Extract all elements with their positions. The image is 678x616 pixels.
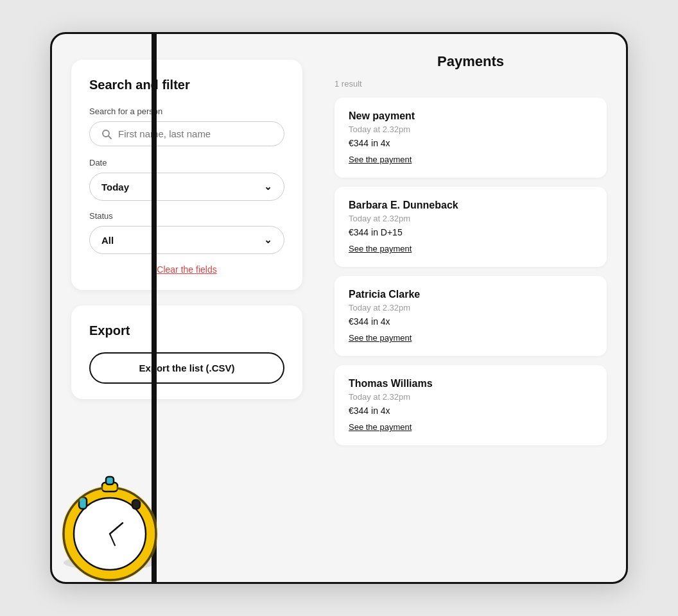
payment-time-3: Today at 2.32pm (349, 392, 593, 402)
svg-line-1 (109, 136, 111, 139)
payment-amount-1: €344 in D+15 (349, 227, 593, 237)
payment-amount-3: €344 in 4x (349, 406, 593, 416)
left-panel: Search and filter Search for a person Da… (52, 34, 322, 582)
date-value: Today (101, 182, 129, 193)
payment-link-1[interactable]: See the payment (349, 244, 412, 253)
payment-name-2: Patricia Clarke (349, 289, 593, 300)
date-chevron-icon: ⌄ (264, 181, 272, 193)
right-panel: Payments 1 result New payment Today at 2… (322, 34, 626, 582)
search-filter-title: Search and filter (89, 78, 284, 92)
search-input[interactable] (118, 128, 272, 139)
app-window: Search and filter Search for a person Da… (50, 32, 628, 584)
search-filter-card: Search and filter Search for a person Da… (71, 60, 302, 290)
payment-amount-2: €344 in 4x (349, 316, 593, 327)
payment-amount-0: €344 in 4x (349, 138, 593, 148)
left-border-line (152, 34, 157, 582)
date-label: Date (89, 158, 284, 167)
payment-name-3: Thomas Williams (349, 378, 593, 389)
payments-title: Payments (335, 53, 607, 70)
payment-time-1: Today at 2.32pm (349, 214, 593, 223)
payment-name-0: New payment (349, 110, 593, 122)
payment-card-1: Barbara E. Dunneback Today at 2.32pm €34… (335, 187, 607, 267)
results-count: 1 result (335, 79, 607, 89)
date-select[interactable]: Today ⌄ (89, 173, 284, 201)
payment-card-3: Thomas Williams Today at 2.32pm €344 in … (335, 365, 607, 445)
export-card: Export Export the list (.CSV) (71, 305, 302, 399)
payments-list: New payment Today at 2.32pm €344 in 4x S… (335, 98, 607, 454)
status-chevron-icon: ⌄ (264, 234, 272, 246)
payment-time-0: Today at 2.32pm (349, 124, 593, 134)
status-label: Status (89, 211, 284, 221)
date-field-group: Date Today ⌄ (89, 158, 284, 201)
export-title: Export (89, 323, 284, 338)
payment-link-0[interactable]: See the payment (349, 155, 412, 164)
payment-card-0: New payment Today at 2.32pm €344 in 4x S… (335, 98, 607, 178)
export-button[interactable]: Export the list (.CSV) (89, 352, 284, 384)
status-select[interactable]: All ⌄ (89, 226, 284, 254)
search-input-wrapper[interactable] (89, 121, 284, 146)
search-label: Search for a person (89, 107, 284, 116)
status-value: All (101, 235, 114, 246)
search-field-group: Search for a person (89, 107, 284, 146)
clear-fields-link[interactable]: Clear the fields (89, 264, 284, 275)
search-icon (101, 129, 112, 139)
payment-link-3[interactable]: See the payment (349, 422, 412, 432)
payment-name-1: Barbara E. Dunneback (349, 200, 593, 211)
payment-card-2: Patricia Clarke Today at 2.32pm €344 in … (335, 276, 607, 356)
status-field-group: Status All ⌄ (89, 211, 284, 254)
payment-time-2: Today at 2.32pm (349, 303, 593, 312)
payment-link-2[interactable]: See the payment (349, 333, 412, 343)
